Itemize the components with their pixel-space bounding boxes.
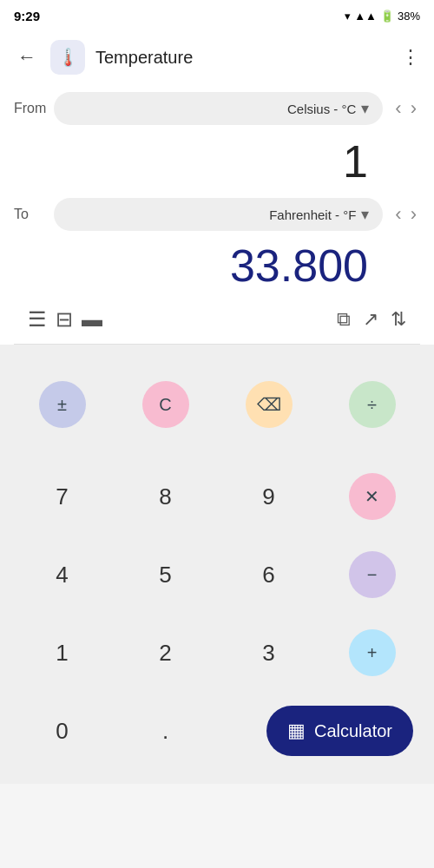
format-columns-btn[interactable]: ⊟ — [56, 307, 73, 332]
key-0[interactable]: 0 — [10, 692, 114, 770]
multiply-key[interactable]: ✕ — [320, 457, 424, 536]
format-list-btn[interactable]: ☰ — [28, 307, 47, 332]
battery-pct: 38% — [398, 10, 420, 23]
key-1[interactable]: 1 — [10, 614, 114, 692]
key-9[interactable]: 9 — [217, 457, 320, 536]
battery-icon: 🔋 — [380, 10, 394, 23]
result-display: 33.800 — [14, 236, 420, 300]
minus-icon: − — [367, 565, 378, 585]
from-label: From — [14, 101, 45, 116]
action-bar: ☰ ⊟ ▬ ⧉ ↗ ⇅ — [14, 300, 420, 345]
to-unit-text: Fahrenheit - °F — [269, 207, 356, 222]
status-time: 9:29 — [14, 9, 40, 23]
app-icon: 🌡️ — [50, 40, 85, 75]
to-row: To Fahrenheit - °F ▾ ‹ › — [14, 193, 420, 236]
signal-icon: ▲▲ — [354, 10, 377, 23]
to-unit-selector[interactable]: Fahrenheit - °F ▾ — [54, 198, 383, 231]
to-prev-arrow[interactable]: ‹ — [391, 201, 404, 227]
back-button[interactable]: ← — [14, 43, 40, 72]
key-empty: ▦ Calculator — [217, 692, 424, 770]
from-row: From Celsius - °C ▾ ‹ › — [14, 83, 420, 130]
more-button[interactable]: ⋮ — [401, 46, 420, 69]
backspace-icon: ⌫ — [257, 394, 281, 415]
from-unit-selector[interactable]: Celsius - °C ▾ — [54, 92, 383, 125]
divide-icon: ÷ — [367, 395, 377, 415]
minus-key[interactable]: − — [320, 536, 424, 614]
to-next-arrow[interactable]: › — [407, 201, 420, 227]
plus-minus-key[interactable]: ± — [10, 365, 114, 444]
from-nav-arrows: ‹ › — [391, 95, 420, 122]
format-lines-btn[interactable]: ▬ — [82, 307, 102, 332]
format-buttons: ☰ ⊟ ▬ — [28, 307, 102, 332]
swap-button[interactable]: ⇅ — [391, 308, 406, 331]
divide-key[interactable]: ÷ — [320, 365, 424, 444]
status-bar: 9:29 ▾ ▲▲ 🔋 38% — [0, 0, 434, 31]
keypad: ± C ⌫ ÷ 7 8 9 ✕ 4 5 — [0, 345, 434, 784]
from-unit-text: Celsius - °C — [287, 102, 356, 116]
copy-button[interactable]: ⧉ — [337, 308, 351, 331]
calculator-button[interactable]: ▦ Calculator — [266, 706, 413, 756]
plus-icon: + — [367, 643, 378, 663]
from-section: From Celsius - °C ▾ ‹ › 1 To Fahrenheit … — [0, 83, 434, 345]
clear-icon: C — [159, 395, 171, 415]
key-2[interactable]: 2 — [114, 614, 217, 692]
input-display: 1 — [14, 130, 420, 193]
status-icons: ▾ ▲▲ 🔋 38% — [345, 10, 420, 23]
key-8[interactable]: 8 — [114, 457, 217, 536]
wifi-icon: ▾ — [345, 10, 351, 23]
clear-key[interactable]: C — [114, 365, 217, 444]
keypad-top-row: ± C ⌫ ÷ — [10, 358, 424, 450]
calculator-label: Calculator — [314, 721, 392, 741]
key-3[interactable]: 3 — [217, 614, 320, 692]
page-title: Temperature — [95, 48, 391, 68]
plus-key[interactable]: + — [320, 614, 424, 692]
multiply-icon: ✕ — [365, 486, 379, 507]
key-4[interactable]: 4 — [10, 536, 114, 614]
from-next-arrow[interactable]: › — [407, 95, 420, 122]
key-6[interactable]: 6 — [217, 536, 320, 614]
key-7[interactable]: 7 — [10, 457, 114, 536]
key-dot[interactable]: . — [114, 692, 217, 770]
to-dropdown-arrow: ▾ — [361, 205, 369, 224]
backspace-key[interactable]: ⌫ — [217, 365, 320, 444]
key-5[interactable]: 5 — [114, 536, 217, 614]
from-prev-arrow[interactable]: ‹ — [391, 95, 404, 122]
calculator-icon: ▦ — [287, 720, 306, 742]
plus-minus-icon: ± — [57, 395, 67, 415]
from-dropdown-arrow: ▾ — [361, 99, 369, 118]
top-bar: ← 🌡️ Temperature ⋮ — [0, 31, 434, 83]
keypad-grid: 7 8 9 ✕ 4 5 6 − 1 2 3 + 0 . — [10, 457, 424, 770]
to-nav-arrows: ‹ › — [391, 201, 420, 227]
to-label: To — [14, 207, 45, 222]
action-buttons: ⧉ ↗ ⇅ — [337, 308, 406, 331]
share-button[interactable]: ↗ — [363, 308, 378, 331]
